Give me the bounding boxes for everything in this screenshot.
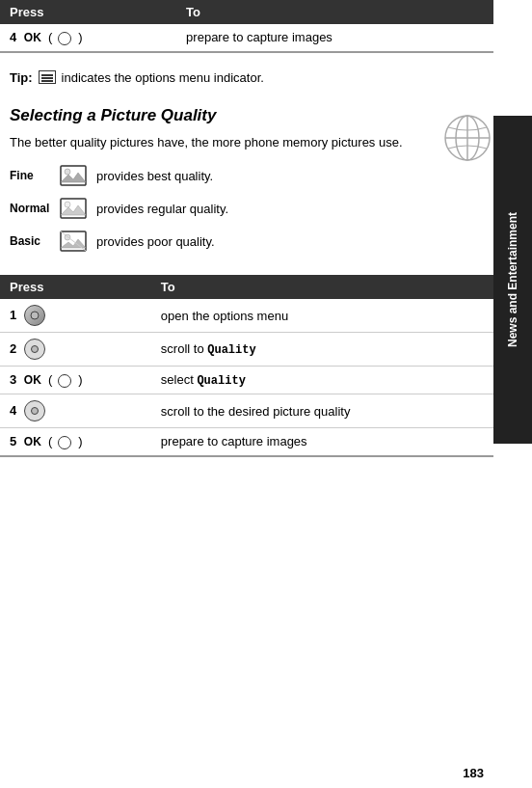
- side-tab: News and Entertainment: [493, 116, 532, 444]
- step-4-num: 4: [10, 403, 20, 418]
- step-2-num: 2: [10, 341, 20, 356]
- normal-icon: [60, 198, 87, 219]
- scroll-icon-4: [24, 400, 45, 421]
- globe-icon: [443, 114, 492, 162]
- open-paren: (: [44, 30, 52, 44]
- step-5-desc: prepare to capture images: [151, 428, 493, 456]
- press-header: Press: [0, 0, 176, 24]
- basic-label: Basic: [10, 234, 50, 248]
- to-header-2: To: [151, 275, 493, 299]
- paren-close-3: ): [75, 372, 83, 387]
- step-3-num: 3: [10, 372, 20, 387]
- paren-open-5: (: [44, 434, 52, 448]
- quality-bold: Quality: [207, 343, 255, 357]
- to-header: To: [176, 0, 493, 24]
- circle-icon: [58, 32, 71, 45]
- table-row: 4 scroll to the desired picture quality: [0, 394, 493, 428]
- side-tab-text: News and Entertainment: [506, 212, 519, 347]
- step-1-num: 1: [10, 308, 20, 322]
- press-header-2: Press: [0, 275, 151, 299]
- page-number: 183: [463, 766, 484, 780]
- ok-label-3: OK: [24, 373, 41, 387]
- fine-desc: provides best quality.: [96, 169, 213, 183]
- scroll-icon-inner: [31, 345, 39, 353]
- table-row: 2 scroll to Quality: [0, 333, 493, 367]
- ok-label-5: OK: [24, 435, 41, 448]
- top-table: Press To 4 OK ( ) prepare to capture ima…: [0, 0, 493, 53]
- step-4-cell: 4: [0, 394, 151, 428]
- quality-item-basic: Basic provides poor quality.: [10, 231, 484, 252]
- action-cell: prepare to capture images: [176, 24, 493, 52]
- table-row: 4 OK ( ) prepare to capture images: [0, 24, 493, 52]
- quality-list: Fine provides best quality. Normal provi…: [0, 159, 493, 269]
- scroll-icon-inner-4: [31, 407, 39, 415]
- close-paren: ): [75, 30, 83, 44]
- ok-button-label: OK: [24, 31, 41, 44]
- step-1-desc: open the options menu: [151, 299, 493, 333]
- step-cell: 4 OK ( ): [0, 24, 176, 52]
- main-content: Press To 4 OK ( ) prepare to capture ima…: [0, 0, 493, 496]
- options-icon: [24, 305, 45, 326]
- step-2-cell: 2: [0, 333, 151, 367]
- basic-icon: [60, 231, 87, 252]
- section-heading: Selecting a Picture Quality: [0, 98, 493, 129]
- quality-bold-3: Quality: [197, 374, 245, 388]
- fine-icon: [60, 165, 87, 186]
- circle-icon-5: [58, 436, 71, 449]
- step-number: 4: [10, 30, 20, 44]
- step-4-desc: scroll to the desired picture quality: [151, 394, 493, 428]
- step-5-cell: 5 OK ( ): [0, 428, 151, 456]
- step-1-cell: 1: [0, 299, 151, 333]
- paren-close-5: ): [75, 434, 83, 448]
- tip-description: indicates the options menu indicator.: [62, 70, 264, 85]
- basic-desc: provides poor quality.: [96, 234, 215, 249]
- tip-section: Tip: indicates the options menu indicato…: [0, 63, 493, 93]
- svg-point-5: [65, 202, 70, 207]
- step-2-desc: scroll to Quality: [151, 333, 493, 367]
- table-row: 1 open the options menu: [0, 299, 493, 333]
- table-row: 3 OK ( ) select Quality: [0, 367, 493, 394]
- menu-icon: [39, 70, 56, 84]
- section-body: The better quality pictures have, the mo…: [0, 129, 493, 160]
- normal-label: Normal: [10, 202, 50, 215]
- fine-label: Fine: [10, 169, 50, 182]
- svg-point-2: [65, 169, 70, 175]
- step-5-num: 5: [10, 434, 20, 448]
- bottom-table: Press To 1 open the options menu 2: [0, 275, 493, 457]
- tip-label: Tip:: [10, 70, 33, 85]
- circle-icon-3: [58, 374, 71, 388]
- scroll-icon: [24, 339, 45, 360]
- step-3-cell: 3 OK ( ): [0, 367, 151, 394]
- paren-open-3: (: [44, 372, 52, 387]
- normal-desc: provides regular quality.: [96, 202, 228, 216]
- quality-item-normal: Normal provides regular quality.: [10, 198, 484, 219]
- quality-item-fine: Fine provides best quality.: [10, 165, 484, 186]
- step-3-desc: select Quality: [151, 367, 493, 394]
- table-row: 5 OK ( ) prepare to capture images: [0, 428, 493, 456]
